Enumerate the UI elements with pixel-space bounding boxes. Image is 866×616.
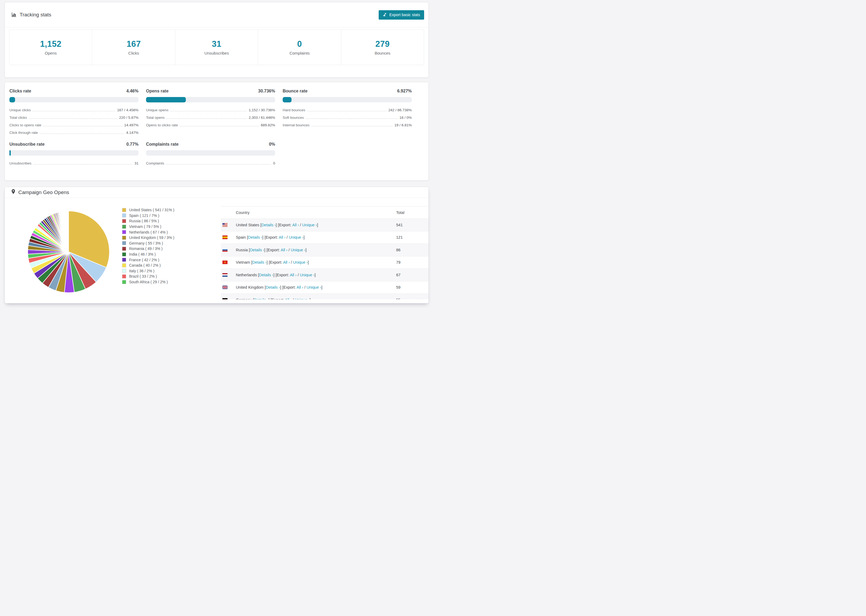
- rate-section: Opens rate 30.736% Unique opens 1,152 / …: [146, 88, 275, 136]
- legend-item: United Kingdom ( 59 / 3% ): [122, 235, 174, 240]
- legend-label: Vietnam ( 79 / 5% ): [129, 225, 161, 229]
- rate-detail-value: 689.82%: [261, 123, 275, 127]
- details-link[interactable]: Details ›: [254, 298, 268, 299]
- rate-value: 30.736%: [258, 88, 275, 94]
- country-name: Germany: [236, 298, 253, 299]
- export-label: ] [Export:: [265, 248, 281, 252]
- export-all-link[interactable]: All ›: [290, 273, 297, 277]
- stat-value: 279: [375, 39, 390, 49]
- export-all-link[interactable]: All ›: [279, 235, 286, 239]
- rate-detail-value: 18 / 0%: [399, 116, 412, 119]
- table-row: United Kingdom [Details ›] [Export: All …: [221, 281, 429, 294]
- geo-pie-chart: [26, 209, 111, 294]
- legend-swatch: [122, 225, 126, 229]
- table-row: Germany [Details ›] [Export: All › / Uni…: [221, 294, 429, 299]
- country-flag-icon: [222, 273, 228, 277]
- export-unique-link[interactable]: Unique ›: [307, 285, 321, 289]
- country-cell: Russia [Details ›] [Export: All › / Uniq…: [221, 248, 396, 252]
- export-all-link[interactable]: All ›: [281, 248, 288, 252]
- legend-label: Netherlands ( 67 / 4% ): [129, 230, 168, 234]
- rate-detail-label: Clicks to opens rate: [9, 123, 43, 127]
- export-unique-link[interactable]: Unique ›: [289, 235, 304, 239]
- legend-swatch: [122, 263, 126, 267]
- rate-progress-track: [283, 97, 412, 102]
- rate-title: Unsubscribe rate: [9, 141, 45, 147]
- legend-item: Russia ( 86 / 5% ): [122, 218, 174, 224]
- table-row: Vietnam [Details ›] [Export: All › / Uni…: [221, 256, 429, 269]
- rate-detail-label: Hard bounces: [283, 108, 307, 112]
- legend-item: Italy ( 36 / 2% ): [122, 268, 174, 274]
- legend-label: Brazil ( 33 / 2% ): [129, 274, 157, 278]
- rate-head: Opens rate 30.736%: [146, 88, 275, 94]
- country-name: United States: [236, 223, 260, 227]
- rate-section: Unsubscribe rate 0.77% Unsubscribes 31: [9, 141, 139, 167]
- rate-section: Complaints rate 0% Complaints 0: [146, 141, 275, 167]
- rate-detail-label: Unique clicks: [9, 108, 33, 112]
- export-all-link[interactable]: All ›: [292, 223, 299, 227]
- legend-swatch: [122, 252, 126, 256]
- legend-swatch: [122, 241, 126, 245]
- rate-detail-label: Opens to clicks rate: [146, 123, 180, 127]
- geo-title: Campaign Geo Opens: [18, 190, 69, 195]
- rate-progress-track: [146, 97, 275, 102]
- stat-boxes: 1,152 Opens 167 Clicks 31 Unsubscribes 0…: [9, 30, 424, 65]
- details-link[interactable]: Details ›: [250, 248, 264, 252]
- slash: /: [299, 223, 302, 227]
- table-row: Russia [Details ›] [Export: All › / Uniq…: [221, 244, 429, 256]
- country-cell: United Kingdom [Details ›] [Export: All …: [221, 285, 396, 289]
- rate-title: Bounce rate: [283, 88, 307, 94]
- legend-label: France ( 42 / 2% ): [129, 258, 159, 262]
- country-column-header: Country: [221, 211, 396, 215]
- rate-head: Unsubscribe rate 0.77%: [9, 141, 139, 147]
- slash: /: [291, 298, 295, 299]
- details-link[interactable]: Details ›: [252, 260, 266, 264]
- details-link[interactable]: Details ›: [259, 273, 273, 277]
- country-flag-icon: [222, 261, 228, 264]
- country-name: United Kingdom: [236, 285, 265, 289]
- details-link[interactable]: Details ›: [261, 223, 276, 227]
- export-unique-link[interactable]: Unique ›: [291, 248, 305, 252]
- bracket: ]: [310, 298, 311, 299]
- dotted-leader: [29, 118, 117, 119]
- legend-label: Germany ( 55 / 3% ): [129, 241, 163, 245]
- rate-progress-fill: [283, 97, 291, 102]
- details-link[interactable]: Details ›: [248, 235, 262, 239]
- country-name: Spain: [236, 235, 247, 239]
- country-cell-text: Spain [Details ›] [Export: All › / Uniqu…: [236, 235, 305, 239]
- dotted-leader: [167, 118, 247, 119]
- export-all-link[interactable]: All ›: [285, 298, 291, 299]
- stat-box: 279 Bounces: [341, 30, 424, 65]
- rate-value: 0.77%: [126, 141, 139, 147]
- legend-label: India ( 46 / 3% ): [129, 252, 156, 256]
- bracket: ]: [321, 285, 323, 289]
- details-link[interactable]: Details ›: [266, 285, 280, 289]
- export-label: ] [Export:: [280, 285, 296, 289]
- bracket: ]: [305, 248, 307, 252]
- export-all-link[interactable]: All ›: [283, 260, 290, 264]
- export-label: ] [Export:: [276, 223, 292, 227]
- rate-detail-value: 19 / 6.81%: [394, 123, 412, 127]
- country-cell-text: Netherlands [Details ›] [Export: All › /…: [236, 273, 316, 277]
- geo-body: United States ( 541 / 31% ) Spain ( 121 …: [5, 198, 428, 303]
- geo-card-header: Campaign Geo Opens: [5, 187, 428, 198]
- export-unique-link[interactable]: Unique ›: [302, 223, 317, 227]
- country-cell: Netherlands [Details ›] [Export: All › /…: [221, 273, 396, 277]
- stat-value: 0: [297, 39, 302, 49]
- tracking-stats-card: Tracking stats Export basic stats 1,152 …: [5, 2, 429, 78]
- dotted-leader: [33, 164, 132, 165]
- export-unique-link[interactable]: Unique ›: [300, 273, 315, 277]
- export-label: ] [Export:: [262, 235, 279, 239]
- export-basic-stats-button[interactable]: Export basic stats: [379, 10, 424, 20]
- rate-detail-label: Total opens: [146, 116, 167, 119]
- rate-progress-fill: [146, 97, 186, 102]
- export-all-link[interactable]: All ›: [297, 285, 303, 289]
- rate-detail-label: Click through rate: [9, 130, 40, 135]
- export-unique-link[interactable]: Unique ›: [295, 298, 310, 299]
- bracket: ]: [303, 235, 304, 239]
- rate-rows: Complaints 0: [146, 159, 275, 167]
- slash: /: [288, 248, 291, 252]
- table-row: Netherlands [Details ›] [Export: All › /…: [221, 269, 429, 281]
- table-row: United States [Details ›] [Export: All ›…: [221, 218, 429, 231]
- export-unique-link[interactable]: Unique ›: [293, 260, 308, 264]
- total-cell: 86: [396, 248, 429, 252]
